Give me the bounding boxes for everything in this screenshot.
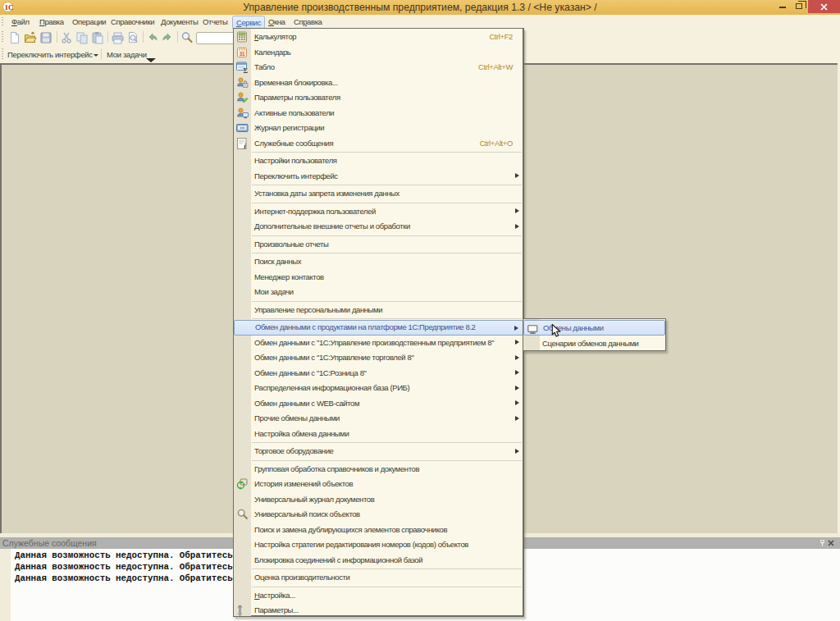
svg-text:31: 31 [240, 51, 245, 57]
svg-text:Σ: Σ [244, 66, 249, 73]
